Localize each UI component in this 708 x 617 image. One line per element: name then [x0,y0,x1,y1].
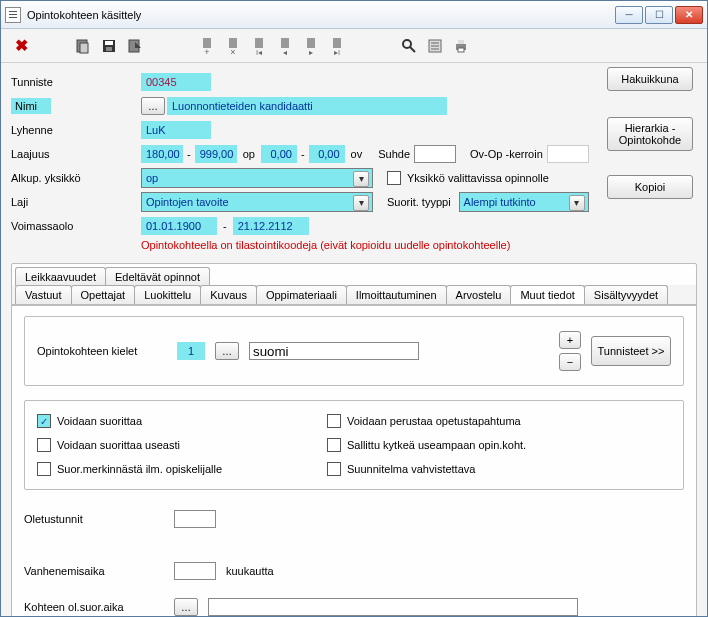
sallittu-kytkea-checkbox[interactable] [327,438,341,452]
tab-kuvaus[interactable]: Kuvaus [200,285,257,304]
kopioi-button[interactable]: Kopioi [607,175,693,199]
tool-icon-3[interactable] [125,36,145,56]
kohteen-field[interactable] [208,598,578,616]
voimassa-from-field[interactable]: 01.01.1900 [141,217,217,235]
kerroin-field[interactable] [547,145,589,163]
ov-min-field[interactable]: 0,00 [261,145,297,163]
nimi-label: Nimi [11,98,51,114]
tool-icon-list[interactable] [425,36,445,56]
nav-last-icon[interactable]: ▸| [327,36,347,56]
tool-icon-1[interactable] [73,36,93,56]
voidaan-suorittaa-label: Voidaan suorittaa [57,415,142,427]
toolbar: ✖ + × |◂ ◂ ▸ ▸| [1,29,707,63]
tunniste-label: Tunniste [11,76,141,88]
svg-text:▸|: ▸| [334,48,340,55]
laajuus-label: Laajuus [11,148,141,160]
svg-rect-14 [307,38,315,48]
suorit-select[interactable]: Alempi tutkinto [459,192,589,212]
yksikko-checkbox[interactable] [387,171,401,185]
laji-select[interactable]: Opintojen tavoite [141,192,373,212]
kielet-value-field[interactable] [249,342,419,360]
laajuus-min-field[interactable]: 180,00 [141,145,183,163]
search-icon[interactable] [399,36,419,56]
vanhen-field[interactable] [174,562,216,580]
svg-text:×: × [230,47,235,55]
svg-text:▸: ▸ [309,48,313,55]
tab-arvostelu[interactable]: Arvostelu [446,285,512,304]
alkup-select[interactable]: op [141,168,373,188]
svg-rect-10 [255,38,263,48]
svg-rect-26 [458,48,464,52]
yksikko-chk-label: Yksikkö valittavissa opinnolle [407,172,549,184]
lyhenne-field[interactable]: LuK [141,121,211,139]
nav-icon-2[interactable]: × [223,36,243,56]
close-button[interactable]: ✕ [675,6,703,24]
svg-line-19 [410,47,415,52]
tab-oppimateriaali[interactable]: Oppimateriaali [256,285,347,304]
svg-rect-16 [333,38,341,48]
voidaan-perustaa-label: Voidaan perustaa opetustapahtuma [347,415,521,427]
voimassa-to-field[interactable]: 21.12.2112 [233,217,309,235]
titlebar: Opintokohteen käsittely ─ ☐ ✕ [1,1,707,29]
maximize-button[interactable]: ☐ [645,6,673,24]
suor-merk-checkbox[interactable] [37,462,51,476]
tab-vastuut[interactable]: Vastuut [15,285,72,304]
tab-leikkaavuudet[interactable]: Leikkaavuudet [15,267,106,286]
nav-icon-1[interactable]: + [197,36,217,56]
tunnisteet-button[interactable]: Tunnisteet >> [591,336,671,366]
kohteen-label: Kohteen ol.suor.aika [24,601,174,613]
laajuus-unit: op [237,148,261,160]
svg-rect-12 [281,38,289,48]
voidaan-useasti-label: Voidaan suorittaa useasti [57,439,180,451]
svg-rect-25 [458,40,464,44]
ov-max-field[interactable]: 0,00 [309,145,345,163]
voidaan-useasti-checkbox[interactable] [37,438,51,452]
kielet-num-field[interactable]: 1 [177,342,205,360]
nav-next-icon[interactable]: ▸ [301,36,321,56]
ov-sep: - [297,148,309,160]
voidaan-perustaa-checkbox[interactable] [327,414,341,428]
nimi-field[interactable]: Luonnontieteiden kandidaatti [167,97,447,115]
vanhen-unit: kuukautta [226,565,274,577]
minimize-button[interactable]: ─ [615,6,643,24]
voidaan-suorittaa-checkbox[interactable]: ✓ [37,414,51,428]
app-window: Opintokohteen käsittely ─ ☐ ✕ ✖ + × |◂ ◂… [0,0,708,617]
laajuus-max-field[interactable]: 999,00 [195,145,237,163]
suunnitelma-label: Suunnitelma vahvistettava [347,463,475,475]
svg-point-18 [403,40,411,48]
nimi-browse-button[interactable]: … [141,97,165,115]
tab-luokittelu[interactable]: Luokittelu [134,285,201,304]
kerroin-label: Ov-Op -kerroin [470,148,543,160]
tunniste-field[interactable]: 00345 [141,73,211,91]
remove-button[interactable]: − [559,353,581,371]
suhde-label: Suhde [378,148,410,160]
laji-label: Laji [11,196,141,208]
hierarkia-button[interactable]: Hierarkia - Opintokohde [607,117,693,151]
hakuikkuna-button[interactable]: Hakuikkuna [607,67,693,91]
tab-ilmoittautuminen[interactable]: Ilmoittautuminen [346,285,447,304]
tab-sis-ltyvyydet[interactable]: Sisältyvyydet [584,285,668,304]
ov-unit: ov [345,148,369,160]
vanhen-label: Vanhenemisaika [24,565,174,577]
tab-muut-tiedot[interactable]: Muut tiedot [510,285,584,304]
svg-text:◂: ◂ [283,48,287,55]
suunnitelma-checkbox[interactable] [327,462,341,476]
kohteen-browse-button[interactable]: … [174,598,198,616]
nav-prev-icon[interactable]: ◂ [275,36,295,56]
tab-panel-muut-tiedot: Opintokohteen kielet 1 … + − Tunnisteet … [12,305,696,616]
warning-text: Opintokohteella on tilastointikoodeja (e… [141,239,697,251]
alkup-label: Alkup. yksikkö [11,172,141,184]
add-button[interactable]: + [559,331,581,349]
tab-opettajat[interactable]: Opettajat [71,285,136,304]
tabrow-1: LeikkaavuudetEdeltävät opinnot [12,264,696,286]
tab-edelt-v-t-opinnot[interactable]: Edeltävät opinnot [105,267,210,286]
cancel-icon[interactable]: ✖ [11,36,31,56]
suhde-field[interactable] [414,145,456,163]
nav-first-icon[interactable]: |◂ [249,36,269,56]
tabrow-2: VastuutOpettajatLuokitteluKuvausOppimate… [12,285,696,305]
oletus-field[interactable] [174,510,216,528]
save-icon[interactable] [99,36,119,56]
print-icon[interactable] [451,36,471,56]
lyhenne-label: Lyhenne [11,124,141,136]
kielet-browse-button[interactable]: … [215,342,239,360]
